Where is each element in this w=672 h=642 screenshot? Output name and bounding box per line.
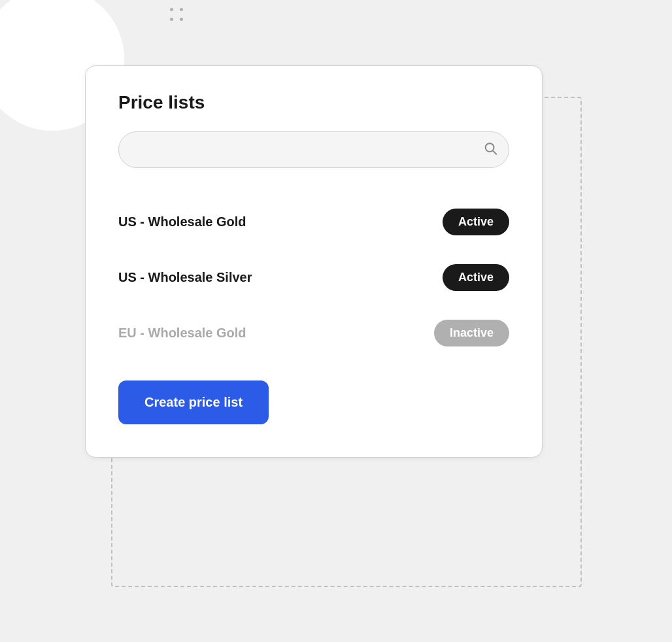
- status-badge: Active: [443, 209, 509, 235]
- page-title: Price lists: [118, 92, 509, 113]
- list-item[interactable]: EU - Wholesale Gold Inactive: [118, 305, 509, 361]
- item-name: US - Wholesale Gold: [118, 214, 246, 229]
- create-price-list-button[interactable]: Create price list: [118, 380, 269, 424]
- decorative-dots: [170, 8, 183, 21]
- search-input[interactable]: [118, 131, 509, 168]
- price-list: US - Wholesale Gold Active US - Wholesal…: [118, 194, 509, 361]
- status-badge: Active: [443, 264, 509, 291]
- item-name: EU - Wholesale Gold: [118, 326, 246, 341]
- status-badge: Inactive: [434, 320, 509, 346]
- search-container: [118, 131, 509, 168]
- list-item[interactable]: US - Wholesale Silver Active: [118, 250, 509, 305]
- list-item[interactable]: US - Wholesale Gold Active: [118, 194, 509, 250]
- item-name: US - Wholesale Silver: [118, 270, 252, 285]
- price-lists-card: Price lists US - Wholesale Gold Active U…: [85, 65, 543, 458]
